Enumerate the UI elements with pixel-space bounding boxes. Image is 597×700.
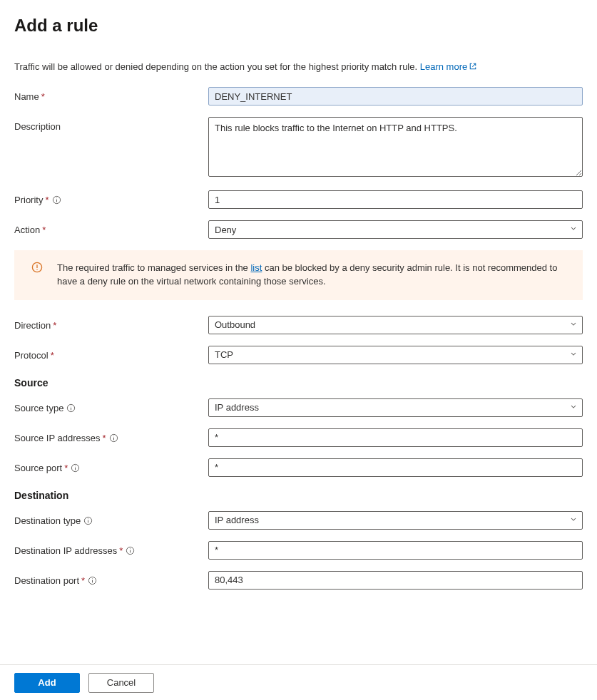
- info-icon[interactable]: [71, 463, 80, 473]
- action-label: Action: [14, 225, 40, 235]
- add-button[interactable]: Add: [14, 673, 80, 693]
- priority-input[interactable]: [208, 190, 583, 209]
- svg-point-5: [36, 269, 37, 270]
- name-input[interactable]: [208, 87, 583, 105]
- info-icon[interactable]: [88, 576, 97, 585]
- source-ip-label: Source IP addresses: [14, 433, 100, 443]
- svg-point-11: [113, 436, 114, 436]
- chevron-down-icon: [569, 515, 578, 525]
- required-marker: *: [45, 195, 49, 205]
- destination-type-value: IP address: [215, 515, 259, 525]
- chevron-down-icon: [569, 225, 578, 235]
- cancel-button[interactable]: Cancel: [88, 673, 154, 693]
- destination-type-label: Destination type: [14, 515, 81, 526]
- destination-port-input[interactable]: [208, 571, 583, 590]
- destination-type-select[interactable]: IP address: [208, 511, 583, 530]
- name-label: Name: [14, 91, 39, 102]
- required-marker: *: [119, 545, 123, 556]
- action-select[interactable]: Deny: [208, 220, 583, 239]
- protocol-label: Protocol: [14, 350, 49, 361]
- svg-point-20: [130, 548, 131, 549]
- chevron-down-icon: [569, 319, 578, 330]
- required-marker: *: [102, 433, 106, 443]
- required-marker: *: [41, 91, 45, 102]
- info-icon[interactable]: [66, 403, 76, 413]
- direction-value: Outbound: [215, 319, 255, 330]
- source-type-value: IP address: [215, 402, 259, 413]
- info-icon[interactable]: [52, 195, 61, 205]
- deny-warning-alert: The required traffic to managed services…: [14, 250, 583, 300]
- intro-text: Traffic will be allowed or denied depend…: [14, 61, 583, 73]
- action-value: Deny: [215, 225, 236, 235]
- direction-select[interactable]: Outbound: [208, 316, 583, 334]
- svg-point-23: [92, 578, 93, 579]
- description-textarea[interactable]: [208, 117, 583, 177]
- protocol-value: TCP: [215, 349, 233, 360]
- direction-label: Direction: [14, 320, 51, 331]
- source-port-input[interactable]: [208, 458, 583, 477]
- protocol-select[interactable]: TCP: [208, 346, 583, 364]
- external-link-icon: [469, 62, 477, 73]
- required-marker: *: [42, 225, 46, 235]
- chevron-down-icon: [569, 402, 578, 413]
- destination-ip-label: Destination IP addresses: [14, 545, 117, 556]
- svg-point-14: [75, 465, 76, 466]
- source-type-select[interactable]: IP address: [208, 398, 583, 417]
- learn-more-link[interactable]: Learn more: [420, 61, 477, 72]
- info-icon[interactable]: [109, 433, 118, 443]
- svg-point-8: [71, 406, 71, 406]
- required-marker: *: [64, 463, 68, 473]
- source-port-label: Source port: [14, 463, 62, 473]
- alert-list-link[interactable]: list: [250, 262, 262, 273]
- required-marker: *: [53, 320, 56, 331]
- source-ip-input[interactable]: [208, 428, 583, 447]
- svg-point-2: [56, 197, 57, 198]
- section-source-heading: Source: [14, 377, 583, 388]
- warning-icon: [31, 262, 43, 277]
- chevron-down-icon: [569, 349, 578, 360]
- destination-port-label: Destination port: [14, 575, 79, 586]
- destination-ip-input[interactable]: [208, 541, 583, 560]
- svg-point-17: [88, 518, 88, 519]
- page-title: Add a rule: [14, 16, 583, 36]
- priority-label: Priority: [14, 195, 43, 205]
- footer: Add Cancel: [0, 664, 597, 700]
- info-icon[interactable]: [83, 516, 93, 525]
- section-destination-heading: Destination: [14, 490, 583, 501]
- description-label: Description: [14, 121, 61, 132]
- source-type-label: Source type: [14, 403, 63, 413]
- info-icon[interactable]: [126, 546, 135, 555]
- required-marker: *: [81, 575, 85, 586]
- required-marker: *: [51, 350, 54, 361]
